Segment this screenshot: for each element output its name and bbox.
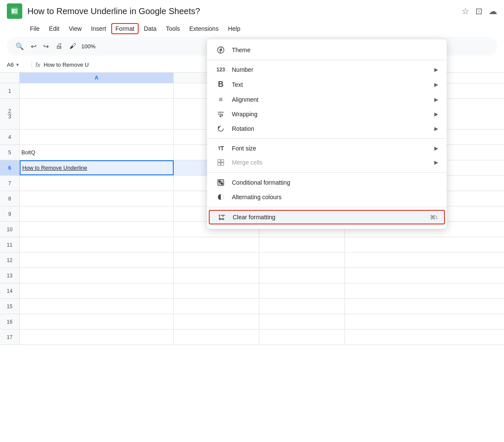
rotation-icon xyxy=(216,125,226,133)
search-icon[interactable]: 🔍 xyxy=(14,41,26,52)
row-num-23: 2 3 xyxy=(0,99,20,129)
row-num-5: 5 xyxy=(0,145,20,160)
formula-content[interactable]: How to Remove U xyxy=(44,62,89,68)
svg-rect-10 xyxy=(221,163,224,165)
cell-a7[interactable] xyxy=(20,176,174,191)
menu-item-merge-cells[interactable]: Merge cells ▶ xyxy=(207,155,447,170)
cell-b17[interactable] xyxy=(174,330,259,345)
clear-formatting-shortcut: ⌘\ xyxy=(430,214,437,221)
clear-formatting-label: Clear formatting xyxy=(233,214,424,221)
cell-c14[interactable] xyxy=(259,283,345,298)
cell-a6[interactable]: How to Remove Underline xyxy=(20,160,174,175)
menu-tools[interactable]: Tools xyxy=(162,23,184,34)
alignment-icon: ≡ xyxy=(216,96,226,103)
menu-view[interactable]: View xyxy=(65,23,86,34)
menu-item-alternating-colours[interactable]: Alternating colours xyxy=(207,190,447,204)
cell-content-a6: How to Remove Underline xyxy=(22,165,87,171)
menu-file[interactable]: File xyxy=(26,23,44,34)
cell-a2[interactable] xyxy=(20,99,174,129)
alternating-colours-icon xyxy=(216,193,226,201)
cell-c16[interactable] xyxy=(259,314,345,329)
cell-a11[interactable] xyxy=(20,237,174,252)
menu-item-theme[interactable]: Theme xyxy=(207,43,447,57)
wrapping-icon xyxy=(216,110,226,118)
divider-3 xyxy=(207,172,447,173)
text-arrow: ▶ xyxy=(434,82,438,88)
cell-c17[interactable] xyxy=(259,330,345,345)
number-icon: 123 xyxy=(216,67,226,73)
svg-rect-15 xyxy=(221,183,223,185)
row-num-13: 13 xyxy=(0,268,20,283)
cell-a15[interactable] xyxy=(20,299,174,314)
paint-format-icon[interactable]: 🖌 xyxy=(68,41,78,52)
cell-a4[interactable] xyxy=(20,130,174,144)
row-num-7: 7 xyxy=(0,176,20,191)
zoom-level[interactable]: 100% xyxy=(81,43,95,50)
cell-c11[interactable] xyxy=(259,237,345,252)
cell-b13[interactable] xyxy=(174,268,259,283)
row-num-header xyxy=(0,73,20,83)
row-num-10: 10 xyxy=(0,222,20,237)
alignment-arrow: ▶ xyxy=(434,97,438,103)
print-icon[interactable]: 🖨 xyxy=(54,41,64,52)
row-num-17: 17 xyxy=(0,330,20,345)
star-icon[interactable]: ☆ xyxy=(462,6,469,16)
divider-2 xyxy=(207,138,447,139)
cell-b12[interactable] xyxy=(174,253,259,268)
redo-icon[interactable]: ↪ xyxy=(42,41,50,52)
cell-a13[interactable] xyxy=(20,268,174,283)
cell-a9[interactable] xyxy=(20,206,174,221)
cell-a8[interactable] xyxy=(20,191,174,206)
cell-a10[interactable] xyxy=(20,222,174,237)
cell-a16[interactable] xyxy=(20,314,174,329)
menu-data[interactable]: Data xyxy=(139,23,161,34)
menu-format[interactable]: Format xyxy=(111,23,139,34)
menu-item-alignment[interactable]: ≡ Alignment ▶ xyxy=(207,92,447,107)
folder-icon[interactable]: ⊡ xyxy=(475,6,483,16)
cell-c12[interactable] xyxy=(259,253,345,268)
table-row: 16 xyxy=(0,314,504,330)
menu-item-wrapping[interactable]: Wrapping ▶ xyxy=(207,107,447,121)
row-num-8: 8 xyxy=(0,191,20,206)
rotation-arrow: ▶ xyxy=(434,126,438,132)
menu-insert[interactable]: Insert xyxy=(87,23,110,34)
row-num-12: 12 xyxy=(0,253,20,268)
cell-b11[interactable] xyxy=(174,237,259,252)
menu-edit[interactable]: Edit xyxy=(45,23,64,34)
cell-c13[interactable] xyxy=(259,268,345,283)
cell-a5[interactable]: BoltQ xyxy=(20,145,174,160)
menu-item-clear-formatting[interactable]: Clear formatting ⌘\ xyxy=(209,210,445,224)
clear-formatting-icon xyxy=(216,213,227,221)
menu-extensions[interactable]: Extensions xyxy=(185,23,222,34)
menu-item-text[interactable]: B Text ▶ xyxy=(207,77,447,92)
cell-a17[interactable] xyxy=(20,330,174,345)
alignment-label: Alignment xyxy=(232,96,428,103)
menu-item-rotation[interactable]: Rotation ▶ xyxy=(207,121,447,136)
col-header-a[interactable]: A xyxy=(20,73,174,83)
undo-icon[interactable]: ↩ xyxy=(29,41,38,52)
svg-rect-8 xyxy=(221,159,224,162)
row-num-4: 4 xyxy=(0,130,20,144)
cell-c15[interactable] xyxy=(259,299,345,314)
rotation-label: Rotation xyxy=(232,125,428,132)
font-size-arrow: ▶ xyxy=(434,145,438,151)
menu-item-number[interactable]: 123 Number ▶ xyxy=(207,63,447,77)
cell-a1[interactable] xyxy=(20,83,174,98)
cloud-icon[interactable]: ☁ xyxy=(489,6,497,16)
cell-reference[interactable]: A6 ▼ xyxy=(7,62,28,68)
menu-item-conditional-formatting[interactable]: Conditional formatting xyxy=(207,175,447,190)
cell-b15[interactable] xyxy=(174,299,259,314)
cell-b16[interactable] xyxy=(174,314,259,329)
cell-b14[interactable] xyxy=(174,283,259,298)
theme-label: Theme xyxy=(232,47,438,53)
table-row: 11 xyxy=(0,237,504,253)
cell-a14[interactable] xyxy=(20,283,174,298)
cell-ref-dropdown[interactable]: ▼ xyxy=(15,62,20,67)
conditional-formatting-label: Conditional formatting xyxy=(232,179,438,186)
menu-item-font-size[interactable]: TT Font size ▶ xyxy=(207,141,447,155)
row-num-9: 9 xyxy=(0,206,20,221)
cell-a12[interactable] xyxy=(20,253,174,268)
menu-help[interactable]: Help xyxy=(224,23,245,34)
formula-divider xyxy=(32,61,32,69)
row-num-11: 11 xyxy=(0,237,20,252)
